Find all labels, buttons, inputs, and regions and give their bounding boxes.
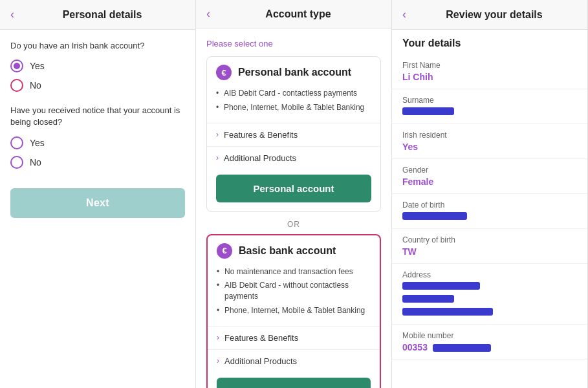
surname-row: Surname xyxy=(392,89,587,124)
address-row: Address xyxy=(392,264,587,325)
panel3-header: ‹ Review your details xyxy=(392,0,587,30)
back-icon-panel3[interactable]: ‹ xyxy=(402,8,406,21)
gender-value: Female xyxy=(402,177,577,187)
basic-features-expand[interactable]: › Features & Benefits xyxy=(208,326,380,349)
gender-row: Gender Female xyxy=(392,159,587,194)
personal-account-button[interactable]: Personal account xyxy=(216,175,371,202)
panel1-header: ‹ Personal details xyxy=(0,0,195,30)
dob-label: Date of birth xyxy=(402,200,577,210)
q1-yes-option[interactable]: Yes xyxy=(10,59,185,72)
question2-text: Have you received notice that your accou… xyxy=(10,105,185,128)
back-icon-panel2[interactable]: ‹ xyxy=(206,7,210,21)
basic-account-button[interactable]: Basic account xyxy=(217,378,371,388)
panel2-body: Please select one € Personal bank accoun… xyxy=(196,28,391,388)
personal-feature-2: Phone, Internet, Mobile & Tablet Banking xyxy=(216,102,371,113)
basic-euro-icon: € xyxy=(217,243,232,259)
first-name-row: First Name Li Chih xyxy=(392,54,587,89)
personal-card-header: € Personal bank account xyxy=(207,57,380,88)
country-birth-row: Country of birth TW xyxy=(392,229,587,264)
panel2-title: Account type xyxy=(215,8,381,20)
chevron-icon-ba: › xyxy=(217,356,219,365)
mobile-row: Mobile number 00353 xyxy=(392,325,587,360)
mobile-label: Mobile number xyxy=(402,331,577,340)
personal-account-card: € Personal bank account AIB Debit Card -… xyxy=(206,56,381,212)
chevron-icon-pf: › xyxy=(216,130,219,139)
personal-account-title: Personal bank account xyxy=(238,67,351,78)
country-birth-value: TW xyxy=(402,246,577,257)
or-divider: OR xyxy=(206,220,381,229)
personal-euro-icon: € xyxy=(216,65,232,80)
basic-feature-2: AIB Debit Card - without contactless pay… xyxy=(217,280,371,302)
q2-yes-radio[interactable] xyxy=(10,136,23,149)
personal-feature-1: AIB Debit Card - contactless payments xyxy=(216,88,371,99)
basic-features-list: No maintenance and transaction fees AIB … xyxy=(208,266,380,326)
mobile-value: 00353 xyxy=(402,342,577,352)
address-redacted-1 xyxy=(402,282,480,290)
q2-no-label: No xyxy=(30,157,41,167)
back-icon-panel1[interactable]: ‹ xyxy=(10,8,14,21)
your-details-label: Your details xyxy=(392,30,587,54)
q1-no-option[interactable]: No xyxy=(10,79,185,92)
surname-value xyxy=(402,107,577,117)
question1-text: Do you have an Irish bank account? xyxy=(10,40,185,52)
q2-no-radio[interactable] xyxy=(10,156,23,169)
dob-row: Date of birth xyxy=(392,194,587,229)
irish-resident-label: Irish resident xyxy=(402,131,577,140)
please-select-label: Please select one xyxy=(206,39,381,48)
q1-yes-radio[interactable] xyxy=(10,59,23,72)
personal-features-label: Features & Benefits xyxy=(224,130,298,140)
first-name-value: Li Chih xyxy=(402,72,577,82)
gender-label: Gender xyxy=(402,166,577,175)
irish-resident-row: Irish resident Yes xyxy=(392,124,587,159)
irish-resident-value: Yes xyxy=(402,142,577,152)
basic-additional-expand[interactable]: › Additional Products xyxy=(208,349,380,372)
mobile-redacted xyxy=(433,344,491,352)
basic-account-title: Basic bank account xyxy=(239,245,336,257)
basic-feature-1: No maintenance and transaction fees xyxy=(217,266,371,277)
review-details-panel: ‹ Review your details Your details First… xyxy=(392,0,588,388)
personal-details-panel: ‹ Personal details Do you have an Irish … xyxy=(0,0,196,388)
surname-label: Surname xyxy=(402,96,577,105)
basic-features-label: Features & Benefits xyxy=(224,333,298,343)
q2-yes-label: Yes xyxy=(30,138,45,148)
personal-additional-expand[interactable]: › Additional Products xyxy=(207,146,380,169)
address-value xyxy=(402,281,577,318)
account-type-panel: ‹ Account type Please select one € Perso… xyxy=(196,0,392,388)
basic-card-header: € Basic bank account xyxy=(208,235,380,266)
q1-no-radio[interactable] xyxy=(10,79,23,92)
personal-features-expand[interactable]: › Features & Benefits xyxy=(207,123,380,146)
panel1-body: Do you have an Irish bank account? Yes N… xyxy=(0,30,195,388)
personal-additional-label: Additional Products xyxy=(224,153,296,163)
address-redacted-2 xyxy=(402,295,454,303)
chevron-icon-bf: › xyxy=(217,333,219,342)
dob-redacted xyxy=(402,212,467,220)
country-birth-label: Country of birth xyxy=(402,235,577,244)
q2-yes-option[interactable]: Yes xyxy=(10,136,185,149)
personal-features-list: AIB Debit Card - contactless payments Ph… xyxy=(207,88,380,123)
panel3-title: Review your details xyxy=(411,9,577,21)
next-button[interactable]: Next xyxy=(10,188,185,218)
address-redacted-3 xyxy=(402,308,493,316)
q2-no-option[interactable]: No xyxy=(10,156,185,169)
panel2-header: ‹ Account type xyxy=(196,0,391,28)
panel1-title: Personal details xyxy=(19,9,185,21)
chevron-icon-pa: › xyxy=(216,153,219,162)
q1-yes-label: Yes xyxy=(30,61,45,71)
basic-feature-3: Phone, Internet, Mobile & Tablet Banking xyxy=(217,305,371,316)
basic-account-card: € Basic bank account No maintenance and … xyxy=(206,234,381,388)
mobile-prefix: 00353 xyxy=(402,342,428,352)
address-label: Address xyxy=(402,270,577,279)
surname-redacted xyxy=(402,107,454,115)
basic-additional-label: Additional Products xyxy=(224,356,297,366)
dob-value xyxy=(402,211,577,222)
first-name-label: First Name xyxy=(402,61,577,70)
q1-no-label: No xyxy=(30,80,41,91)
